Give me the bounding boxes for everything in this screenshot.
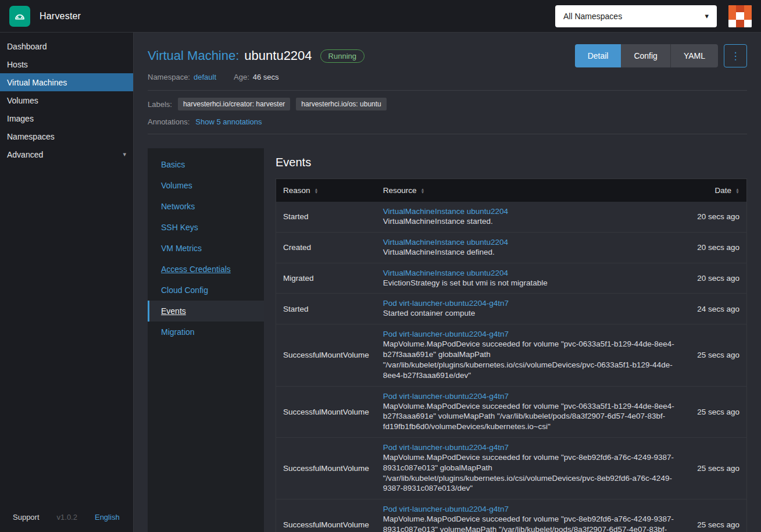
event-resource-desc: Started container compute [383, 308, 675, 319]
event-resource-link[interactable]: VirtualMachineInstance ubuntu2204 [383, 207, 508, 216]
event-row: SuccessfulMountVolume Pod virt-launcher-… [276, 499, 747, 532]
tab-label: Cloud Config [161, 285, 208, 295]
tab-label: VM Metrics [161, 244, 202, 253]
sort-icon: ▲▼ [735, 188, 739, 194]
app-window: Harvester All Namespaces ▾ Dashboard Hos… [0, 0, 761, 532]
label-chip: harvesterhci.io/os: ubuntu [296, 98, 386, 110]
content-body: Basics Volumes Networks SSH Keys VM Metr… [148, 148, 747, 532]
page-head: Virtual Machine: ubuntu2204 Running Deta… [148, 44, 747, 67]
tab-label: Networks [161, 202, 195, 211]
event-resource: VirtualMachineInstance ubuntu2204 Virtua… [376, 232, 682, 263]
event-date: 20 secs ago [682, 263, 747, 294]
event-resource-desc: MapVolume.MapPodDevice succeeded for vol… [383, 514, 675, 532]
event-reason: Migrated [276, 263, 376, 294]
column-header-reason[interactable]: Reason ▲▼ [276, 179, 376, 202]
tab-vm-metrics[interactable]: VM Metrics [148, 238, 264, 259]
namespace-select[interactable]: All Namespaces ▾ [555, 5, 717, 27]
event-resource-desc: MapVolume.MapPodDevice succeeded for vol… [383, 339, 675, 380]
brand[interactable]: Harvester [9, 6, 81, 27]
event-resource-desc: MapVolume.MapPodDevice succeeded for vol… [383, 401, 675, 432]
namespace-label: Namespace: [148, 73, 190, 81]
event-resource-link[interactable]: VirtualMachineInstance ubuntu2204 [383, 269, 508, 277]
tab-label: Migration [161, 327, 195, 337]
sidebar-footer: Support v1.0.2 English [0, 505, 133, 532]
chevron-down-icon: ▾ [705, 12, 709, 20]
show-annotations-link[interactable]: Show 5 annotations [195, 117, 262, 126]
tab-access-credentials[interactable]: Access Credentials [148, 259, 264, 280]
harvester-logo-icon [9, 6, 30, 27]
event-reason: Started [276, 294, 376, 324]
event-date: 20 secs ago [682, 232, 747, 263]
tab-migration[interactable]: Migration [148, 322, 264, 342]
sidebar-item-virtual-machines[interactable]: Virtual Machines [0, 73, 133, 91]
kebab-icon: ⋮ [731, 51, 741, 62]
event-row: Started Pod virt-launcher-ubuntu2204-g4t… [276, 294, 747, 324]
event-resource: Pod virt-launcher-ubuntu2204-g4tn7 MapVo… [376, 499, 682, 532]
tab-ssh-keys[interactable]: SSH Keys [148, 217, 264, 238]
tab-cloud-config[interactable]: Cloud Config [148, 280, 264, 301]
rancher-icon[interactable] [728, 5, 752, 27]
event-resource-link[interactable]: Pod virt-launcher-ubuntu2204-g4tn7 [383, 505, 509, 513]
event-resource: Pod virt-launcher-ubuntu2204-g4tn7 MapVo… [376, 437, 682, 499]
tabs-panel: Basics Volumes Networks SSH Keys VM Metr… [148, 148, 264, 532]
events-heading: Events [276, 156, 747, 169]
event-row: Created VirtualMachineInstance ubuntu220… [276, 232, 747, 263]
event-resource-link[interactable]: Pod virt-launcher-ubuntu2204-g4tn7 [383, 392, 509, 401]
sidebar-item-advanced[interactable]: Advanced ▾ [0, 145, 133, 163]
annotations-label: Annotations: [148, 117, 190, 126]
column-header-resource[interactable]: Resource ▲▼ [376, 179, 682, 202]
namespace-value-link[interactable]: default [194, 73, 216, 81]
sidebar-item-dashboard[interactable]: Dashboard [0, 37, 133, 55]
event-row: Migrated VirtualMachineInstance ubuntu22… [276, 263, 747, 294]
page-actions: Detail Config YAML ⋮ [575, 44, 747, 67]
event-date: 25 secs ago [682, 386, 747, 437]
page-title-name: ubuntu2204 [244, 48, 312, 63]
tab-networks[interactable]: Networks [148, 196, 264, 217]
namespace-select-value: All Namespaces [563, 12, 622, 21]
tab-label: Basics [161, 160, 185, 169]
language-link[interactable]: English [95, 513, 120, 522]
event-row: SuccessfulMountVolume Pod virt-launcher-… [276, 437, 747, 499]
support-link[interactable]: Support [13, 513, 40, 522]
sidebar-item-namespaces[interactable]: Namespaces [0, 127, 133, 145]
chevron-down-icon: ▾ [123, 151, 126, 158]
detail-button[interactable]: Detail [575, 44, 621, 67]
tab-label: SSH Keys [161, 223, 198, 232]
event-resource-link[interactable]: Pod virt-launcher-ubuntu2204-g4tn7 [383, 330, 509, 338]
sidebar: Dashboard Hosts Virtual Machines Volumes… [0, 33, 134, 532]
version-label: v1.0.2 [57, 513, 77, 522]
header-right: All Namespaces ▾ [555, 5, 752, 27]
tab-volumes[interactable]: Volumes [148, 175, 264, 196]
sidebar-item-label: Advanced [7, 150, 43, 159]
event-resource: VirtualMachineInstance ubuntu2204 Virtua… [376, 202, 682, 232]
event-row: SuccessfulMountVolume Pod virt-launcher-… [276, 386, 747, 437]
sidebar-item-images[interactable]: Images [0, 109, 133, 127]
age-label: Age: [234, 73, 249, 81]
main-content: Virtual Machine: ubuntu2204 Running Deta… [134, 33, 761, 532]
more-actions-button[interactable]: ⋮ [724, 44, 747, 67]
event-reason: Created [276, 232, 376, 263]
event-date: 24 secs ago [682, 294, 747, 324]
sidebar-item-hosts[interactable]: Hosts [0, 55, 133, 73]
tab-events[interactable]: Events [148, 301, 264, 322]
event-date: 20 secs ago [682, 202, 747, 232]
event-resource-link[interactable]: VirtualMachineInstance ubuntu2204 [383, 238, 508, 247]
event-resource: Pod virt-launcher-ubuntu2204-g4tn7 MapVo… [376, 324, 682, 386]
sidebar-item-label: Dashboard [7, 42, 47, 51]
event-date: 25 secs ago [682, 499, 747, 532]
event-resource-desc: MapVolume.MapPodDevice succeeded for vol… [383, 452, 675, 494]
event-resource: Pod virt-launcher-ubuntu2204-g4tn7 MapVo… [376, 386, 682, 437]
column-header-date[interactable]: Date ▲▼ [682, 179, 747, 202]
tab-label: Volumes [161, 181, 192, 190]
event-row: Started VirtualMachineInstance ubuntu220… [276, 202, 747, 232]
events-table: Reason ▲▼ Resource ▲▼ [276, 178, 747, 532]
sidebar-item-volumes[interactable]: Volumes [0, 91, 133, 109]
tab-basics[interactable]: Basics [148, 154, 264, 175]
event-reason: SuccessfulMountVolume [276, 386, 376, 437]
config-button[interactable]: Config [621, 44, 670, 67]
view-mode-group: Detail Config YAML [575, 44, 718, 67]
yaml-button[interactable]: YAML [670, 44, 718, 67]
event-resource-link[interactable]: Pod virt-launcher-ubuntu2204-g4tn7 [383, 443, 509, 452]
event-resource-link[interactable]: Pod virt-launcher-ubuntu2204-g4tn7 [383, 299, 509, 308]
event-row: SuccessfulMountVolume Pod virt-launcher-… [276, 324, 747, 386]
